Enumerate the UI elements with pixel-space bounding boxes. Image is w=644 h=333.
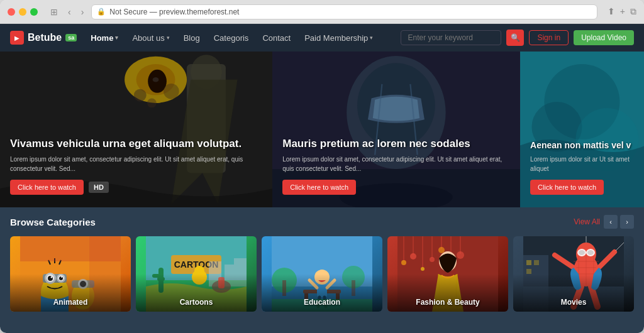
browser-window: ⊞ ‹ › 🔒 Not Secure — preview.themeforest… xyxy=(0,0,644,333)
maximize-button[interactable] xyxy=(30,8,38,16)
url-text: Not Secure — preview.themeforest.net xyxy=(109,8,239,16)
category-grid: Animated xyxy=(10,236,634,312)
next-category-button[interactable]: › xyxy=(620,215,634,229)
categories-title: Browse Categories xyxy=(10,217,96,227)
category-card-movies[interactable]: Movies xyxy=(513,236,634,312)
forward-button[interactable]: › xyxy=(79,6,87,18)
categories-viewall: View All ‹ › xyxy=(574,215,634,229)
svg-point-6 xyxy=(134,89,147,102)
category-card-cartoons[interactable]: CARTOON xyxy=(136,236,257,312)
hero-slide-2: Mauris pretium ac lorem nec sodales Lore… xyxy=(272,52,520,207)
svg-point-7 xyxy=(164,84,179,99)
search-button[interactable]: 🔍 xyxy=(506,30,524,46)
category-card-fashion[interactable]: Fashion & Beauty xyxy=(387,236,508,312)
logo-text: Betube xyxy=(28,32,62,43)
logo-badge: sa xyxy=(65,34,77,41)
categories-section: Browse Categories View All ‹ › xyxy=(0,207,644,333)
lock-icon: 🔒 xyxy=(97,8,106,16)
svg-point-77 xyxy=(401,260,406,265)
slide-3-content: Aenean non mattis vel v Lorem ipsum dolo… xyxy=(530,139,634,195)
viewall-link[interactable]: View All xyxy=(574,217,600,226)
svg-point-89 xyxy=(457,251,464,259)
svg-point-5 xyxy=(153,77,159,82)
svg-point-104 xyxy=(579,250,585,255)
slide-2-title: Mauris pretium ac lorem nec sodales xyxy=(282,137,510,151)
cat-animated-label: Animated xyxy=(10,298,131,307)
back-button[interactable]: ‹ xyxy=(65,6,74,18)
nav-search: 🔍 Sign in Upload Video xyxy=(401,30,634,46)
slide-3-watch-button[interactable]: Click here to watch xyxy=(530,180,604,195)
slide-2-content: Mauris pretium ac lorem nec sodales Lore… xyxy=(282,137,510,195)
share-icon[interactable]: ⬆ xyxy=(608,6,615,17)
slide-3-actions: Click here to watch xyxy=(530,180,634,195)
svg-point-81 xyxy=(421,267,425,271)
cat-movies-label: Movies xyxy=(513,298,634,307)
viewall-arrows: ‹ › xyxy=(604,215,634,229)
browser-nav: ⊞ ‹ › xyxy=(48,6,86,18)
slide-3-title: Aenean non mattis vel v xyxy=(530,139,634,151)
navbar: ▶ Betube sa Home ▾ About us ▾ Blog Categ… xyxy=(0,24,644,52)
svg-point-83 xyxy=(430,257,435,262)
slide-1-watch-button[interactable]: Click here to watch xyxy=(10,180,84,195)
nav-contact[interactable]: Contact xyxy=(256,31,297,45)
address-bar[interactable]: 🔒 Not Secure — preview.themeforest.net xyxy=(91,4,597,19)
hero-section: Vivamus vehicula urna eget aliquam volut… xyxy=(0,52,644,207)
prev-category-button[interactable]: ‹ xyxy=(604,215,618,229)
home-arrow: ▾ xyxy=(115,35,118,41)
website-content: ▶ Betube sa Home ▾ About us ▾ Blog Categ… xyxy=(0,24,644,333)
nav-home[interactable]: Home ▾ xyxy=(84,31,125,45)
sidebar-toggle[interactable]: ⊞ xyxy=(48,6,60,18)
svg-point-85 xyxy=(438,247,445,253)
svg-rect-114 xyxy=(534,260,539,265)
slide-1-title: Vivamus vehicula urna eget aliquam volut… xyxy=(10,137,262,151)
slide-2-desc: Lorem ipsum dolor sit amet, consectetur … xyxy=(282,155,510,173)
nav-about[interactable]: About us ▾ xyxy=(126,31,175,45)
svg-rect-113 xyxy=(526,260,531,265)
about-arrow: ▾ xyxy=(167,35,170,41)
window-controls xyxy=(8,8,38,16)
slide-3-desc: Lorem ipsum dolor sit ar Ut sit amet ali… xyxy=(530,155,634,173)
hero-slide-3: Aenean non mattis vel v Lorem ipsum dolo… xyxy=(520,52,644,207)
cat-cartoons-label: Cartoons xyxy=(136,298,257,307)
svg-point-79 xyxy=(410,253,416,259)
minimize-button[interactable] xyxy=(19,8,26,16)
slide-2-actions: Click here to watch xyxy=(282,180,510,195)
new-tab-icon[interactable]: + xyxy=(620,6,625,17)
svg-point-8 xyxy=(147,98,157,107)
paid-arrow: ▾ xyxy=(370,35,373,41)
close-button[interactable] xyxy=(8,8,15,16)
browser-titlebar: ⊞ ‹ › 🔒 Not Secure — preview.themeforest… xyxy=(0,0,644,24)
slide-1-desc: Lorem ipsum dolor sit amet, consectetur … xyxy=(10,155,262,173)
logo-icon: ▶ xyxy=(10,31,24,45)
slide-2-watch-button[interactable]: Click here to watch xyxy=(282,180,356,195)
tabs-icon[interactable]: ⧉ xyxy=(630,6,636,17)
cat-fashion-label: Fashion & Beauty xyxy=(387,298,508,307)
nav-links: Home ▾ About us ▾ Blog Categoris Contact xyxy=(84,31,401,45)
svg-point-105 xyxy=(587,250,594,255)
slide-1-actions: Click here to watch HD xyxy=(10,180,262,195)
categories-header: Browse Categories View All ‹ › xyxy=(10,215,634,229)
nav-blog[interactable]: Blog xyxy=(177,31,206,45)
cat-education-label: Education xyxy=(262,298,382,307)
slide-1-content: Vivamus vehicula urna eget aliquam volut… xyxy=(10,137,262,195)
hero-slide-1: Vivamus vehicula urna eget aliquam volut… xyxy=(0,52,272,207)
browser-actions: ⬆ + ⧉ xyxy=(608,6,636,17)
upload-button[interactable]: Upload Video xyxy=(574,30,634,45)
category-card-animated[interactable]: Animated xyxy=(10,236,131,312)
nav-paid[interactable]: Paid Membership ▾ xyxy=(298,31,379,45)
category-card-education[interactable]: Education xyxy=(262,236,382,312)
hd-badge: HD xyxy=(89,182,109,193)
nav-logo[interactable]: ▶ Betube sa xyxy=(10,31,77,45)
signin-button[interactable]: Sign in xyxy=(529,30,569,45)
svg-rect-115 xyxy=(526,269,531,274)
nav-categories[interactable]: Categoris xyxy=(208,31,255,45)
search-input[interactable] xyxy=(401,30,501,45)
